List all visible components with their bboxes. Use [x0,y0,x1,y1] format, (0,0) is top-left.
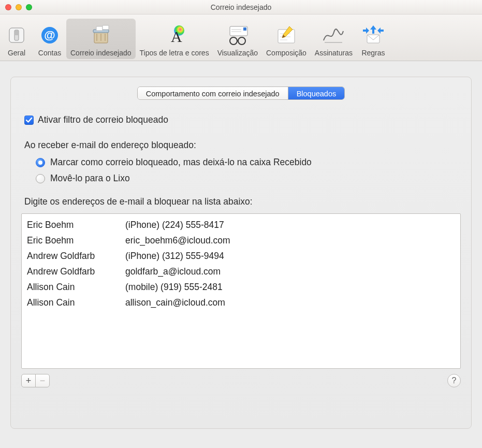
blocked-panel: Comportamento com correio indesejado Blo… [10,77,472,429]
toolbar-item-junk-mail[interactable]: Correio indesejado [66,19,136,59]
radio-mark-leave-inbox[interactable] [36,158,45,167]
titlebar: Correio indesejado [0,0,482,15]
list-item-name: Allison Cain [27,279,125,295]
list-item-name: Andrew Goldfarb [27,248,125,264]
list-item[interactable]: Andrew Goldfarb (iPhone) (312) 555-9494 [27,248,455,264]
svg-rect-2 [15,31,18,35]
trash-bin-icon [89,24,113,47]
toolbar-item-label: Visualização [217,49,258,57]
radio-mark-leave-inbox-label: Marcar como correio bloqueado, mas deixá… [50,157,312,168]
remove-address-button[interactable]: − [35,374,50,387]
radio-move-to-trash[interactable] [36,174,45,183]
pencil-paper-icon [274,24,299,47]
blocked-list-prompt: Digite os endereços de e-mail a bloquear… [24,196,461,207]
on-receive-radio-group: Marcar como correio bloqueado, mas deixá… [36,157,461,184]
toolbar-item-signatures[interactable]: Assinaturas [311,19,357,59]
toolbar-item-label: Regras [361,49,385,57]
checkmark-icon [25,117,33,124]
list-item[interactable]: Eric Boehm eric_boehm6@icloud.com [27,233,455,248]
list-item-name: Andrew Goldfarb [27,264,125,279]
letter-a-color-icon: A [162,24,187,47]
toolbar-item-accounts[interactable]: @ Contas [33,19,66,59]
content-area: Comportamento com correio indesejado Blo… [0,61,482,448]
list-item-contact: allison_cain@icloud.com [125,295,455,310]
minimize-window-button[interactable] [16,4,22,10]
list-item-contact: (iPhone) (312) 555-9494 [125,248,455,264]
svg-point-18 [230,37,237,45]
list-item-name: Eric Boehm [27,217,125,233]
list-item-contact: eric_boehm6@icloud.com [125,233,455,248]
list-item[interactable]: Allison Cain (mobile) (919) 555-2481 [27,279,455,295]
svg-rect-15 [243,27,246,31]
tab-junk-behavior[interactable]: Comportamento com correio indesejado [138,87,288,99]
toolbar-item-label: Tipos de letra e cores [140,49,209,57]
list-item[interactable]: Allison Cain allison_cain@icloud.com [27,295,455,310]
toolbar-item-label: Composição [266,49,306,57]
help-button[interactable]: ? [447,374,461,387]
svg-rect-10 [96,26,103,31]
toolbar-item-rules[interactable]: Regras [357,19,390,59]
zoom-window-button[interactable] [26,4,32,10]
at-sign-icon: @ [37,24,62,47]
svg-marker-29 [363,27,369,34]
blocked-addresses-list[interactable]: Eric Boehm (iPhone) (224) 555-8417 Eric … [21,213,461,369]
toolbar-item-viewing[interactable]: Visualização [213,19,262,59]
add-address-button[interactable]: + [21,374,36,387]
toolbar-item-label: Correio indesejado [70,49,132,57]
glasses-message-icon [225,24,250,47]
list-item-contact: (iPhone) (224) 555-8417 [125,217,455,233]
preferences-window: Correio indesejado Geral @ Contas [0,0,482,448]
signature-icon [321,24,346,47]
switch-icon [4,24,29,47]
close-window-button[interactable] [5,4,11,10]
list-item-contact: goldfarb_a@icloud.com [125,264,455,279]
svg-point-19 [238,37,245,45]
preferences-toolbar: Geral @ Contas [0,15,482,61]
on-receive-label: Ao receber e-mail do endereço bloqueado: [24,140,461,151]
radio-move-to-trash-label: Movê-lo para o Lixo [50,173,130,184]
list-item[interactable]: Eric Boehm (iPhone) (224) 555-8417 [27,217,455,233]
toolbar-item-fonts-colors[interactable]: A Tipos de letra e cores [136,19,213,59]
enable-blocked-filter-label: Ativar filtro de correio bloqueado [38,114,168,125]
tab-segmented-control: Comportamento com correio indesejado Blo… [21,86,461,100]
svg-text:A: A [171,28,182,45]
list-actions-row: + − ? [21,374,461,387]
toolbar-item-label: Geral [8,49,25,57]
svg-rect-11 [103,25,109,30]
toolbar-item-composing[interactable]: Composição [262,19,311,59]
enable-blocked-filter-checkbox[interactable] [24,115,34,125]
tab-blocked[interactable]: Bloqueados [288,87,345,99]
list-item-contact: (mobile) (919) 555-2481 [125,279,455,295]
list-item-name: Allison Cain [27,295,125,310]
window-controls [5,0,32,14]
svg-marker-30 [377,27,384,34]
toolbar-item-label: Assinaturas [315,49,353,57]
list-item-name: Eric Boehm [27,233,125,248]
toolbar-item-label: Contas [38,49,61,57]
list-item[interactable]: Andrew Goldfarb goldfarb_a@icloud.com [27,264,455,279]
svg-marker-28 [370,25,376,34]
window-title: Correio indesejado [5,3,477,11]
rules-arrows-icon [361,24,386,47]
toolbar-item-general[interactable]: Geral [0,19,33,59]
svg-text:@: @ [44,28,55,41]
